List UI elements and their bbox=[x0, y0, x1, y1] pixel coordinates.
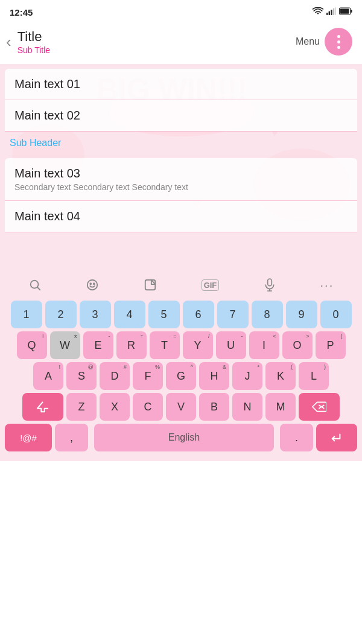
list-item[interactable]: Main text 01 bbox=[5, 69, 357, 100]
bottom-key-row: !@# , English . bbox=[2, 424, 360, 451]
key-s[interactable]: @S bbox=[66, 362, 97, 390]
list-item-main-text: Main text 03 bbox=[14, 167, 348, 180]
symbols-key[interactable]: !@# bbox=[5, 424, 52, 451]
svg-rect-0 bbox=[326, 13, 328, 15]
key-k[interactable]: (K bbox=[265, 362, 296, 390]
key-i[interactable]: <I bbox=[249, 331, 279, 359]
key-v[interactable]: V bbox=[166, 393, 196, 421]
key-r[interactable]: ÷R bbox=[116, 331, 147, 359]
space-key[interactable]: English bbox=[94, 424, 274, 451]
key-g[interactable]: ^G bbox=[166, 362, 196, 390]
status-bar: 12:45 bbox=[0, 0, 362, 22]
key-3[interactable]: 3 bbox=[80, 301, 111, 328]
svg-point-22 bbox=[94, 283, 95, 284]
sub-header: Sub Header bbox=[0, 132, 362, 153]
svg-point-21 bbox=[91, 283, 92, 284]
battery-icon bbox=[339, 7, 352, 17]
svg-rect-4 bbox=[335, 7, 336, 15]
key-c[interactable]: C bbox=[133, 393, 163, 421]
key-h[interactable]: &H bbox=[199, 362, 229, 390]
mic-toolbar-button[interactable] bbox=[264, 278, 276, 292]
key-z[interactable]: Z bbox=[66, 393, 97, 421]
svg-rect-7 bbox=[351, 10, 352, 13]
key-7[interactable]: 7 bbox=[217, 301, 249, 328]
key-w[interactable]: +Wx bbox=[50, 331, 80, 359]
number-key-row: 1 2 3 4 5 6 7 8 9 0 bbox=[2, 301, 360, 328]
key-y[interactable]: /Y bbox=[183, 331, 213, 359]
key-1[interactable]: 1 bbox=[11, 301, 42, 328]
key-0[interactable]: 0 bbox=[320, 301, 352, 328]
list-section-1: Main text 01 Main text 02 bbox=[0, 69, 362, 132]
menu-label[interactable]: Menu bbox=[296, 36, 320, 47]
more-button[interactable] bbox=[325, 28, 352, 56]
period-key[interactable]: . bbox=[280, 424, 313, 451]
list-item-main-text: Main text 04 bbox=[14, 209, 348, 223]
key-5[interactable]: 5 bbox=[148, 301, 180, 328]
search-toolbar-button[interactable] bbox=[28, 278, 42, 292]
content-area: BIG WIN!!! ♥ ♥ ♥ ♥ ∨ ∨ Main text 01 Main… bbox=[0, 64, 362, 269]
status-time: 12:45 bbox=[10, 7, 33, 18]
back-button[interactable]: ‹ bbox=[6, 34, 11, 49]
more-vertical-icon bbox=[337, 35, 340, 49]
gif-toolbar-button[interactable]: GIF bbox=[202, 279, 220, 291]
keyboard: 1 2 3 4 5 6 7 8 9 0 !Q +Wx -E ÷R =T /Y -… bbox=[0, 298, 362, 461]
key-9[interactable]: 9 bbox=[286, 301, 317, 328]
key-e[interactable]: -E bbox=[83, 331, 113, 359]
keyboard-wrapper: GIF ··· 1 2 3 4 5 6 7 8 9 0 !Q bbox=[0, 269, 362, 461]
key-u[interactable]: -U bbox=[216, 331, 246, 359]
qwerty-key-row: !Q +Wx -E ÷R =T /Y -U <I >O [P bbox=[2, 331, 360, 359]
zxcv-key-row: Z X C V B N M bbox=[2, 393, 360, 421]
emoji-toolbar-button[interactable] bbox=[86, 278, 99, 292]
app-bar-right: Menu bbox=[296, 28, 352, 56]
svg-rect-6 bbox=[340, 8, 349, 13]
app-bar: ‹ Title Sub Title Menu bbox=[0, 22, 362, 64]
key-6[interactable]: 6 bbox=[183, 301, 214, 328]
key-a[interactable]: !A bbox=[33, 362, 63, 390]
list-item-main-text: Main text 01 bbox=[14, 77, 348, 91]
key-f[interactable]: %F bbox=[133, 362, 163, 390]
asdf-key-row: !A @S #D %F ^G &H *J (K )L bbox=[2, 362, 360, 390]
wifi-icon bbox=[313, 7, 323, 18]
key-o[interactable]: >O bbox=[282, 331, 313, 359]
more-toolbar-button[interactable]: ··· bbox=[320, 278, 334, 292]
key-q[interactable]: !Q bbox=[17, 331, 47, 359]
key-t[interactable]: =T bbox=[150, 331, 180, 359]
app-bar-titles: Title Sub Title bbox=[17, 29, 296, 55]
svg-point-20 bbox=[87, 280, 98, 290]
key-n[interactable]: N bbox=[232, 393, 262, 421]
key-4[interactable]: 4 bbox=[114, 301, 145, 328]
enter-key[interactable] bbox=[316, 424, 357, 451]
svg-rect-1 bbox=[329, 11, 330, 14]
page-title: Title bbox=[17, 29, 296, 45]
key-x[interactable]: X bbox=[100, 393, 130, 421]
svg-line-19 bbox=[37, 287, 40, 290]
key-d[interactable]: #D bbox=[100, 362, 130, 390]
comma-key[interactable]: , bbox=[55, 424, 88, 451]
key-b[interactable]: B bbox=[199, 393, 229, 421]
svg-rect-2 bbox=[331, 10, 332, 15]
shift-key[interactable] bbox=[22, 393, 63, 421]
list-item-main-text: Main text 02 bbox=[14, 109, 348, 123]
key-p[interactable]: [P bbox=[316, 331, 346, 359]
list-item[interactable]: Main text 04 bbox=[5, 201, 357, 232]
key-l[interactable]: )L bbox=[299, 362, 329, 390]
backspace-key[interactable] bbox=[299, 393, 340, 421]
status-icons bbox=[313, 7, 352, 18]
key-j[interactable]: *J bbox=[232, 362, 262, 390]
keyboard-toolbar: GIF ··· bbox=[0, 269, 362, 298]
key-8[interactable]: 8 bbox=[252, 301, 283, 328]
svg-rect-3 bbox=[333, 8, 334, 14]
list-item[interactable]: Main text 03 Secondary text Secondary te… bbox=[5, 158, 357, 201]
key-2[interactable]: 2 bbox=[45, 301, 77, 328]
signal-icon bbox=[326, 7, 336, 18]
list-section-2: Main text 03 Secondary text Secondary te… bbox=[0, 158, 362, 232]
svg-rect-24 bbox=[268, 279, 272, 286]
sticker-toolbar-button[interactable] bbox=[144, 278, 157, 292]
list-item[interactable]: Main text 02 bbox=[5, 100, 357, 132]
page-subtitle: Sub Title bbox=[17, 45, 296, 55]
key-m[interactable]: M bbox=[265, 393, 296, 421]
list-item-secondary-text: Secondary text Secondary text Secondary … bbox=[14, 182, 348, 192]
